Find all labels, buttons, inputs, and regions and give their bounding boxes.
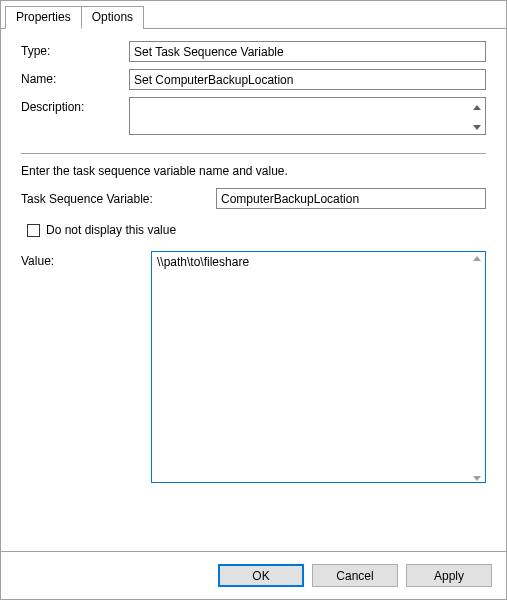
content-area: Type: Name: Description:: [1, 29, 506, 551]
task-sequence-variable-label: Task Sequence Variable:: [21, 192, 216, 206]
value-label: Value:: [21, 251, 151, 268]
value-scroll-track[interactable]: [469, 264, 485, 474]
do-not-display-label: Do not display this value: [46, 223, 176, 237]
description-label: Description:: [21, 97, 129, 114]
tab-properties[interactable]: Properties: [5, 6, 82, 29]
name-field[interactable]: [129, 69, 486, 90]
description-scroll-down[interactable]: [469, 118, 485, 138]
value-scroll-down[interactable]: [469, 474, 485, 485]
type-label: Type:: [21, 41, 129, 58]
cancel-button[interactable]: Cancel: [312, 564, 398, 587]
value-field[interactable]: [151, 251, 486, 483]
ok-button[interactable]: OK: [218, 564, 304, 587]
do-not-display-checkbox[interactable]: [27, 224, 40, 237]
description-field[interactable]: [129, 97, 486, 135]
apply-button[interactable]: Apply: [406, 564, 492, 587]
task-sequence-variable-field[interactable]: [216, 188, 486, 209]
tab-options[interactable]: Options: [81, 6, 144, 29]
name-label: Name:: [21, 69, 129, 86]
properties-dialog: Properties Options Type: Name: Descripti…: [0, 0, 507, 600]
value-scroll-up[interactable]: [469, 253, 485, 264]
instruction-text: Enter the task sequence variable name an…: [21, 164, 486, 178]
type-field[interactable]: [129, 41, 486, 62]
description-scroll-up[interactable]: [469, 98, 485, 118]
button-bar: OK Cancel Apply: [1, 551, 506, 599]
divider: [21, 153, 486, 154]
tab-bar: Properties Options: [1, 1, 506, 29]
